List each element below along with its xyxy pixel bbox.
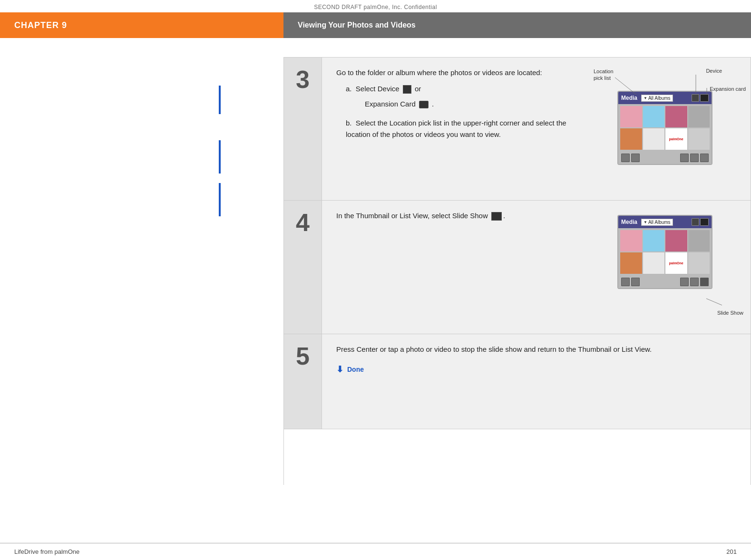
- media-box-4: Media ▼ All Albums: [617, 215, 712, 289]
- step-number-4: 4: [284, 201, 322, 334]
- footer-left: LifeDrive from palmOne: [14, 548, 79, 555]
- blue-bar-2: [219, 140, 221, 174]
- step-3-content: Go to the folder or album where the phot…: [322, 58, 751, 200]
- step-4: 4 In the Thumbnail or List View, select …: [284, 201, 751, 334]
- expansion-card-icon: [419, 101, 429, 108]
- step-3a: a. Select Device or: [346, 83, 579, 95]
- step-3-screenshot: Locationpick list Device Expansion card …: [589, 67, 741, 191]
- email-btn-4[interactable]: [680, 278, 689, 286]
- albums-dropdown[interactable]: ▼ All Albums: [641, 95, 673, 102]
- media-toolbar-4: Media ▼ All Albums: [618, 216, 712, 228]
- done-section: ⬇ Done: [336, 363, 741, 377]
- chapter-title: Viewing Your Photos and Videos: [283, 12, 751, 38]
- callout-location-pick-list: Locationpick list: [594, 68, 614, 82]
- slideshow-btn-4[interactable]: [700, 278, 709, 286]
- list-view-btn-4[interactable]: [631, 278, 640, 286]
- blue-bar-3: [219, 183, 221, 216]
- card-btn[interactable]: [700, 94, 709, 102]
- step-5: 5 Press Center or tap a photo or video t…: [284, 334, 751, 429]
- chapter-label: CHAPTER 9: [0, 12, 283, 38]
- device-btn-4[interactable]: [692, 218, 699, 226]
- step-5-content: Press Center or tap a photo or video to …: [322, 334, 751, 429]
- footer: LifeDrive from palmOne 201: [0, 543, 751, 560]
- print-btn-4[interactable]: [690, 278, 699, 286]
- step-3-text: Go to the folder or album where the phot…: [336, 67, 579, 191]
- list-view-btn[interactable]: [631, 154, 640, 162]
- step-3b: b. Select the Location pick list in the …: [346, 117, 579, 140]
- card-btn-4[interactable]: [700, 218, 709, 226]
- device-btn[interactable]: [692, 94, 699, 102]
- grid-view-btn-4[interactable]: [621, 278, 630, 286]
- watermark: SECOND DRAFT palmOne, Inc. Confidential: [0, 0, 751, 12]
- media-mockup-3: Media ▼ All Albums: [617, 91, 708, 165]
- left-margin: [0, 57, 283, 485]
- device-icon: [403, 85, 411, 94]
- copy-btn[interactable]: [700, 154, 709, 162]
- step-4-text: In the Thumbnail or List View, select Sl…: [336, 210, 579, 324]
- media-mockup-4: Media ▼ All Albums: [617, 215, 708, 289]
- print-btn[interactable]: [690, 154, 699, 162]
- step-number-5: 5: [284, 334, 322, 429]
- step-number-3: 3: [284, 58, 322, 200]
- callout-slideshow: Slide Show: [717, 310, 743, 316]
- step-5-text: Press Center or tap a photo or video to …: [336, 344, 741, 419]
- grid-view-btn[interactable]: [621, 154, 630, 162]
- media-bottom-3: [618, 152, 712, 164]
- slideshow-icon: [491, 212, 502, 221]
- callout-device: Device: [706, 68, 722, 74]
- steps-area: 3 Go to the folder or album where the ph…: [283, 57, 751, 485]
- albums-dropdown-4[interactable]: ▼ All Albums: [641, 219, 673, 226]
- step-4-screenshot: Slide Show Media ▼ All Albums: [589, 210, 741, 324]
- email-btn[interactable]: [680, 154, 689, 162]
- footer-right: 201: [726, 548, 737, 555]
- media-toolbar-3: Media ▼ All Albums: [618, 92, 712, 104]
- main-content: 3 Go to the folder or album where the ph…: [0, 38, 751, 485]
- svg-line-3: [706, 299, 722, 305]
- step-3: 3 Go to the folder or album where the ph…: [284, 58, 751, 201]
- callout-expansion-card: Expansion card: [710, 86, 746, 92]
- chapter-bar: CHAPTER 9 Viewing Your Photos and Videos: [0, 12, 751, 38]
- done-label: Done: [347, 364, 364, 375]
- media-box-3: Media ▼ All Albums: [617, 91, 712, 165]
- media-bottom-4: [618, 276, 712, 288]
- photo-grid-3: palmOne: [618, 104, 712, 152]
- step-3a-card: Expansion Card .: [365, 98, 579, 110]
- step-4-content: In the Thumbnail or List View, select Sl…: [322, 201, 751, 334]
- photo-grid-4: palmOne: [618, 228, 712, 276]
- blue-bar-1: [219, 86, 221, 114]
